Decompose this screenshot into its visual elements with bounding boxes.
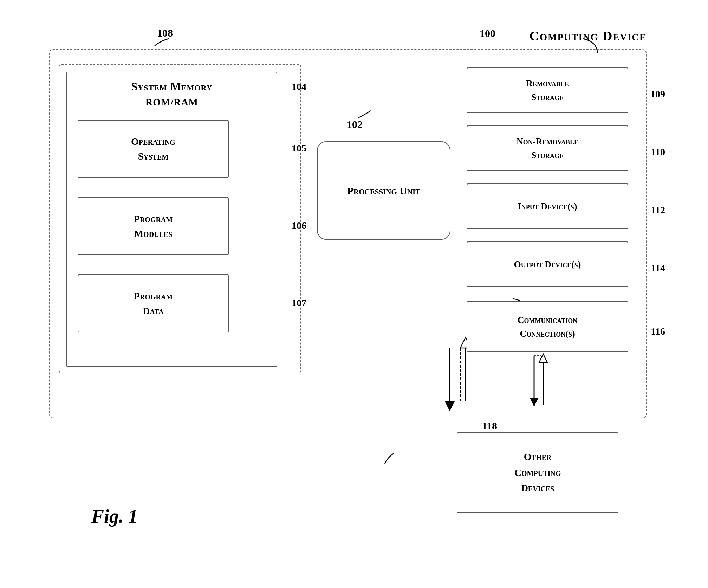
computing-device-text: Computing Device (530, 28, 647, 43)
ref-118: 118 (482, 420, 497, 432)
rom-ram-label: ROM/RAM (67, 97, 277, 108)
ref-116: 116 (651, 326, 665, 337)
output-devices-box: Output Device(s) (467, 241, 628, 287)
ref-108: 108 (157, 27, 173, 39)
computing-device-box: 108 System Memory ROM/RAM 104 (49, 49, 647, 418)
ref-104: 104 (292, 81, 306, 92)
system-memory-outer-box: System Memory ROM/RAM 104 OperatingSyste… (59, 64, 301, 373)
svg-marker-8 (539, 354, 547, 363)
program-data-box: ProgramData (78, 274, 229, 332)
svg-marker-6 (530, 398, 538, 407)
ref-100: 100 (480, 27, 495, 39)
os-label: OperatingSystem (131, 134, 175, 164)
ref-102: 102 (347, 118, 363, 130)
non-removable-storage-box: Non-RemovableStorage (467, 125, 628, 171)
communication-connections-box: CommunicationConnection(s) (467, 301, 628, 352)
input-devices-box: Input Device(s) (467, 183, 628, 229)
computing-device-label: Computing Device (530, 28, 647, 44)
system-memory-label: System Memory (67, 72, 277, 93)
program-modules-label: ProgramModules (134, 212, 173, 241)
ref-109: 109 (650, 89, 665, 100)
input-devices-label: Input Device(s) (518, 200, 577, 213)
memory-inner-box: System Memory ROM/RAM 104 OperatingSyste… (66, 72, 277, 367)
os-box: OperatingSystem (78, 120, 229, 178)
removable-storage-label: RemovableStorage (526, 77, 569, 104)
program-data-label: ProgramData (134, 289, 173, 318)
ref-112: 112 (651, 205, 665, 216)
output-devices-label: Output Device(s) (514, 258, 581, 271)
communication-arrows (526, 352, 554, 408)
removable-storage-box: RemovableStorage (467, 67, 628, 113)
processing-unit-box: Processing Unit (317, 141, 450, 240)
fig-label: Fig. 1 (91, 505, 138, 527)
communication-connections-label: CommunicationConnection(s) (518, 313, 577, 341)
ref-107: 107 (292, 297, 306, 309)
ref-110: 110 (651, 147, 665, 158)
program-modules-box: ProgramModules (78, 197, 229, 255)
other-computing-devices-box: OtherComputingDevices (457, 432, 618, 513)
processing-unit-label: Processing Unit (347, 183, 421, 199)
other-computing-devices-label: OtherComputingDevices (514, 449, 561, 496)
non-removable-storage-label: Non-RemovableStorage (517, 135, 578, 162)
ref-106: 106 (292, 220, 306, 231)
ref-114: 114 (651, 263, 665, 274)
diagram-container: Computing Device 100 108 System Memory R… (28, 21, 682, 548)
ref-105: 105 (292, 143, 306, 154)
